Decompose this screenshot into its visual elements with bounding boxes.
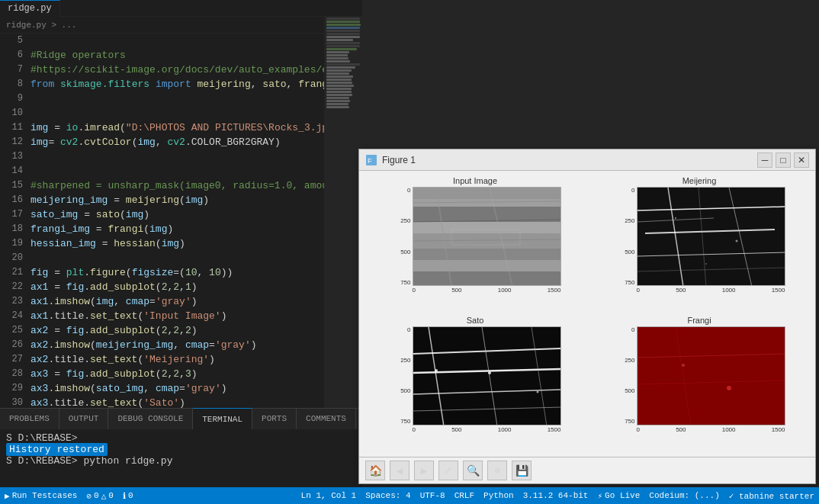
status-eol[interactable]: CRLF [454,491,474,501]
code-line-9: 9 [0,91,362,106]
code-line-30: 30 ax3.title.set_text('Sato') [0,396,362,408]
toolbar-save-button[interactable]: 💾 [512,461,532,480]
code-line-24: 24 ax1.title.set_text('Input Image') [0,309,362,323]
svg-point-45 [727,386,731,390]
svg-text:F: F [368,157,372,165]
plot-cell-sato: Sato 0 250 500 750 [363,314,587,454]
code-line-20: 20 [0,251,362,265]
code-line-6: 6 #Ridge operators [0,48,362,63]
status-bar: ▶ Run Testcases ⊘ 0 △ 0 ℹ 0 Ln 1, Col 1 … [0,487,819,504]
editor-panel: ridge.py ridge.py > ... 5 6 #Ridge opera… [0,0,362,408]
toolbar-back-button[interactable]: ◀ [390,461,410,480]
toolbar-home-button[interactable]: 🏠 [365,461,385,480]
status-go-live[interactable]: ⚡ Go Live [597,491,640,501]
tab-problems[interactable]: PROBLEMS [0,408,59,429]
code-line-12: 12 img= cv2.cvtColor(img, cv2.COLOR_BGR2… [0,135,362,149]
figure-close-button[interactable]: ✕ [794,152,809,168]
toolbar-zoom-button[interactable]: 🔍 [463,461,483,480]
encoding-label: UTF-8 [420,491,445,500]
version-label: 3.11.2 64-bit [523,491,589,500]
terminal-line-2: History restored [6,444,356,455]
terminal-highlight: History restored [6,443,108,456]
plot-cell-frangi: Frangi 0 250 500 750 [587,314,811,454]
code-line-19: 19 hessian_img = hessian(img) [0,236,362,251]
status-info[interactable]: ℹ 0 [123,491,133,501]
status-tabnine[interactable]: ✓ tabnine starter [729,491,814,501]
figure-icon: F [365,154,377,166]
code-line-13: 13 [0,149,362,164]
figure-titlebar: F Figure 1 ─ □ ✕ [359,149,815,171]
figure-minimize-button[interactable]: ─ [757,152,772,168]
figure-maximize-button[interactable]: □ [776,152,791,168]
toolbar-forward-button[interactable]: ▶ [414,461,434,480]
plot-image-input [413,187,561,286]
spaces-label: Spaces: 4 [365,491,410,500]
tab-debug-console[interactable]: DEBUG CONSOLE [108,408,193,429]
warning-count: 0 [108,491,114,500]
tab-output[interactable]: OUTPUT [59,408,109,429]
status-errors[interactable]: ⊘ 0 △ 0 [86,491,113,501]
figure-title-label: Figure 1 [382,155,753,165]
plot-image-sato [413,326,561,425]
run-tests-label: Run Testcases [12,491,78,500]
code-line-23: 23 ax1.imshow(img, cmap='gray') [0,294,362,309]
terminal-line-4: S D:\REBASE> python ridge.py [6,455,356,467]
code-line-21: 21 fig = plt.figure(figsize=(10, 10)) [0,265,362,280]
svg-rect-10 [413,271,561,286]
code-line-25: 25 ax2 = fig.add_subplot(2,2,2) [0,323,362,338]
plot-title-input: Input Image [453,176,497,185]
meijering-svg [638,188,785,286]
error-count: 0 [94,491,99,500]
position-label: Ln 1, Col 1 [301,491,357,500]
tab-comments[interactable]: COMMENTS [297,408,356,429]
status-spaces[interactable]: Spaces: 4 [365,491,410,501]
code-line-28: 28 ax3 = fig.add_subplot(2,2,3) [0,367,362,381]
toolbar-pan-button[interactable]: ⤢ [438,461,458,480]
status-language[interactable]: Python [483,491,514,501]
tab-ports[interactable]: PORTS [252,408,297,429]
svg-point-27 [735,240,737,242]
svg-rect-7 [413,233,561,249]
figure-toolbar: 🏠 ◀ ▶ ⤢ 🔍 ⊕ 💾 [359,457,815,483]
plot-cell-meijering: Meijering 0 250 500 750 [587,175,811,314]
code-line-10: 10 [0,106,362,120]
sato-svg [413,327,561,425]
tab-terminal[interactable]: TERMINAL [193,408,252,429]
code-line-11: 11 img = io.imread("D:\PHOTOS AND PICTUR… [0,120,362,135]
terminal-tab-bar: PROBLEMS OUTPUT DEBUG CONSOLE TERMINAL P… [0,408,362,429]
svg-rect-9 [413,260,561,271]
svg-rect-41 [638,327,785,425]
status-position[interactable]: Ln 1, Col 1 [301,491,357,501]
code-line-26: 26 ax2.imshow(meijering_img, cmap='gray'… [0,338,362,352]
warning-icon: △ [101,491,107,501]
svg-point-39 [536,390,538,393]
figure-window[interactable]: F Figure 1 ─ □ ✕ Input Image 0 250 500 7… [358,149,816,484]
plot-image-meijering [637,187,785,286]
toolbar-subplot-button[interactable]: ⊕ [487,461,507,480]
frangi-svg [638,327,785,425]
code-line-5: 5 [0,34,362,48]
terminal-line-1: S D:\REBASE> [6,432,356,444]
plot-image-frangi [637,326,785,425]
input-image-svg [413,188,561,286]
info-icon: ℹ [123,491,126,501]
code-area[interactable]: 5 6 #Ridge operators 7 #https://scikit-i… [0,34,362,408]
code-line-22: 22 ax1 = fig.add_subplot(2,2,1) [0,280,362,294]
code-line-7: 7 #https://scikit-image.org/docs/dev/aut… [0,63,362,77]
go-live-icon: ⚡ [597,491,602,501]
plot-cell-input-image: Input Image 0 250 500 750 [363,175,587,314]
code-line-15: 15 #sharpened = unsharp_mask(image0, rad… [0,178,362,193]
info-count: 0 [128,491,133,500]
code-line-17: 17 sato_img = sato(img) [0,207,362,222]
tabnine-label: ✓ tabnine starter [729,491,814,501]
language-label: Python [483,491,514,500]
svg-point-26 [675,217,676,219]
editor-tab-ridge-py[interactable]: ridge.py [0,0,60,17]
svg-rect-8 [413,249,561,260]
status-run-tests[interactable]: ▶ Run Testcases [5,491,77,501]
status-version[interactable]: 3.11.2 64-bit [523,491,589,501]
status-codeium[interactable]: Codeium: (...) [649,491,719,501]
status-encoding[interactable]: UTF-8 [420,491,445,501]
code-line-16: 16 meijering_img = meijering(img) [0,193,362,207]
figure-content: Input Image 0 250 500 750 [359,171,815,457]
